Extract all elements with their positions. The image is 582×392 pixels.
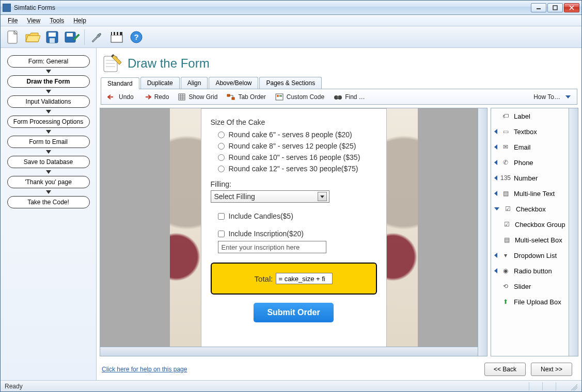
form-card[interactable]: Size Of the Cake Round cake 6" - serves …	[201, 108, 387, 356]
radio-icon: ◉	[501, 267, 510, 275]
how-to-dropdown[interactable]: How To…	[533, 93, 571, 101]
size-option-8[interactable]: Round cake 8" - serves 12 people ($25)	[218, 142, 377, 150]
svg-rect-39	[337, 96, 339, 98]
svg-point-35	[277, 95, 279, 97]
svg-rect-0	[537, 8, 541, 9]
find-button[interactable]: Find …	[334, 93, 365, 101]
palette-item-fileupload[interactable]: ⬆File Upload Box	[491, 294, 569, 309]
show-grid-button[interactable]: Show Grid	[178, 93, 217, 101]
menu-view[interactable]: View	[23, 16, 44, 25]
textbox-icon: ▭	[501, 127, 510, 136]
palette-scrollbar[interactable]	[569, 108, 578, 356]
wizard-arrow-icon	[46, 110, 51, 113]
help-button[interactable]: ?	[127, 28, 146, 46]
undo-button[interactable]: Undo	[107, 93, 134, 101]
svg-rect-12	[67, 33, 73, 37]
size-option-10[interactable]: Round cake 10" - serves 16 people ($35)	[218, 153, 377, 161]
radio-input[interactable]	[218, 154, 225, 161]
checkbox-icon: ☑	[504, 205, 512, 213]
tab-above-below[interactable]: Above/Below	[209, 77, 258, 89]
redo-button[interactable]: Redo	[143, 93, 169, 101]
size-option-12[interactable]: Round cake 12" - serves 30 people($75)	[218, 165, 377, 173]
save-as-button[interactable]	[62, 28, 81, 46]
tab-order-button[interactable]: Tab Order	[227, 93, 265, 101]
palette-item-number[interactable]: 135Number	[491, 170, 569, 186]
minimize-button[interactable]	[531, 3, 546, 12]
next-button[interactable]: Next >>	[531, 363, 572, 376]
palette-item-multiline[interactable]: ▤Multi-line Text	[491, 186, 569, 201]
chevron-down-icon	[565, 95, 571, 99]
save-icon	[45, 30, 59, 44]
chevron-down-icon	[318, 192, 327, 201]
palette-item-phone[interactable]: ✆Phone	[491, 155, 569, 170]
radio-input[interactable]	[218, 132, 225, 138]
total-formula-input[interactable]	[276, 273, 333, 284]
total-label: Total:	[255, 274, 273, 283]
wizard-arrow-icon	[46, 190, 51, 194]
candles-checkbox[interactable]	[218, 213, 225, 220]
form-draw-icon	[102, 53, 122, 74]
page-header: Draw the Form	[97, 48, 581, 77]
resize-grip-icon[interactable]	[569, 382, 577, 390]
size-option-6[interactable]: Round cake 6" - serves 8 people ($20)	[218, 130, 377, 139]
inscription-input[interactable]	[218, 241, 326, 253]
tab-standard[interactable]: Standard	[101, 77, 139, 89]
preview-button[interactable]	[107, 28, 126, 46]
open-button[interactable]	[23, 28, 42, 46]
new-button[interactable]	[4, 28, 22, 46]
radio-input[interactable]	[218, 166, 225, 172]
menu-help[interactable]: Help	[69, 16, 90, 25]
design-canvas[interactable]: Size Of the Cake Round cake 6" - serves …	[100, 108, 487, 356]
wizard-step-database[interactable]: Save to Database	[7, 156, 90, 168]
palette-item-textbox[interactable]: ▭Textbox	[491, 124, 569, 139]
canvas-vertical-scrollbar[interactable]	[478, 108, 487, 356]
custom-code-button[interactable]: Custom Code	[275, 93, 324, 101]
inscription-checkbox-row[interactable]: Include Inscription($20)	[218, 230, 377, 238]
palette-item-multiselect[interactable]: ▤Multi-select Box	[491, 232, 569, 248]
inscription-checkbox[interactable]	[218, 231, 225, 237]
menu-tools[interactable]: Tools	[45, 16, 68, 25]
wizard-step-thankyou[interactable]: 'Thank you' page	[7, 176, 90, 188]
close-button[interactable]	[564, 3, 579, 12]
wizard-step-email[interactable]: Form to Email	[7, 136, 90, 148]
palette-item-radio[interactable]: ◉Radio button	[491, 263, 569, 279]
tab-duplicate[interactable]: Duplicate	[140, 77, 180, 89]
tab-pages-sections[interactable]: Pages & Sections	[259, 77, 322, 89]
canvas-horizontal-scrollbar[interactable]	[100, 347, 478, 356]
wizard-step-general[interactable]: Form: General	[7, 55, 90, 68]
status-text: Ready	[5, 383, 23, 390]
save-button[interactable]	[43, 28, 61, 46]
palette-item-email[interactable]: ✉Email	[491, 139, 569, 155]
svg-text:?: ?	[134, 32, 138, 41]
wizard-step-takecode[interactable]: Take the Code!	[7, 196, 90, 208]
redo-icon	[143, 93, 151, 101]
palette-item-dropdown[interactable]: ▾Dropdown List	[491, 248, 569, 263]
candles-checkbox-row[interactable]: Include Candles($5)	[218, 212, 377, 220]
wizard-arrow-icon	[46, 170, 51, 174]
upload-icon: ⬆	[501, 298, 510, 306]
wizard-step-validations[interactable]: Input Validations	[7, 95, 90, 108]
help-link[interactable]: Click here for help on this page	[102, 366, 187, 373]
sub-toolbar: Undo Redo Show Grid Tab Order Custom Cod…	[101, 89, 577, 105]
menu-file[interactable]: File	[4, 16, 22, 25]
wizard-step-processing[interactable]: Form Processing Options	[7, 116, 90, 128]
filling-select[interactable]: Select Filling	[211, 190, 329, 203]
submit-button[interactable]: Submit Order	[254, 303, 333, 322]
back-button[interactable]: << Back	[484, 363, 526, 376]
svg-rect-1	[553, 6, 557, 10]
settings-button[interactable]	[88, 28, 106, 46]
maximize-button[interactable]	[547, 3, 563, 12]
svg-rect-18	[118, 32, 120, 35]
grid-icon	[178, 93, 185, 101]
wizard-step-draw[interactable]: Draw the Form	[7, 75, 90, 88]
palette-item-checkbox[interactable]: ☑Checkbox	[491, 201, 569, 217]
palette-item-slider[interactable]: ⟲Slider	[491, 279, 569, 294]
tab-align[interactable]: Align	[181, 77, 208, 89]
radio-input[interactable]	[218, 143, 225, 150]
palette-item-checkbox-group[interactable]: ☑Checkbox Group	[491, 217, 569, 232]
dropdown-icon: ▾	[501, 251, 510, 259]
phone-icon: ✆	[501, 158, 510, 167]
palette-item-label[interactable]: 🏷Label	[491, 108, 569, 124]
canvas-background-right	[387, 108, 418, 356]
svg-rect-9	[49, 32, 56, 37]
